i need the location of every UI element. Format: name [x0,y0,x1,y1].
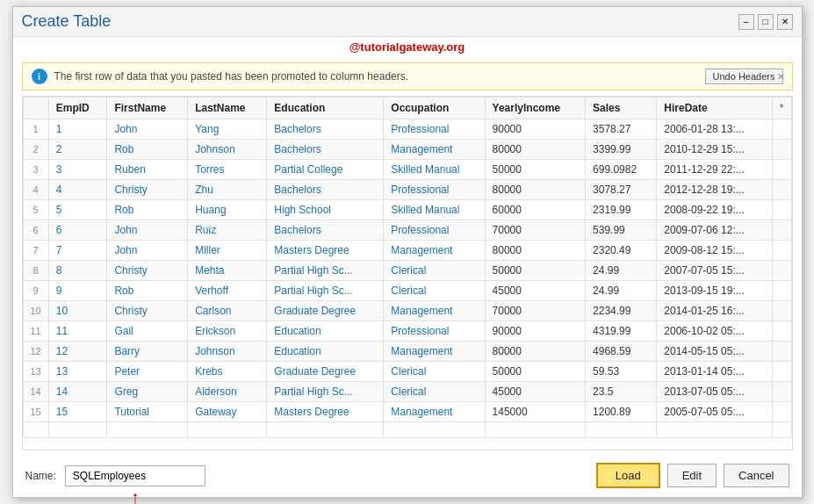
maximize-button[interactable]: □ [758,14,774,30]
table-row[interactable]: 66JohnRuizBachelorsProfessional70000539.… [23,220,791,241]
cell-yearlyincome: 50000 [485,261,585,281]
col-empid: EmpID [48,97,107,119]
table-row[interactable]: 1010ChristyCarlsonGraduate DegreeManagem… [23,301,791,321]
cell-sales: 23.5 [586,382,657,402]
cell-hiredate: 2009-08-12 15:... [657,241,773,261]
table-row[interactable]: 77JohnMillerMasters DegreeManagement8000… [23,241,791,261]
cell-lastname: Mehta [188,261,267,281]
cell-hiredate: 2014-05-15 05:... [657,342,773,362]
cell-lastname: Torres [188,160,267,180]
cell-education: Graduate Degree [267,301,384,321]
cell-sales: 699.0982 [586,160,657,180]
row-star [772,402,791,422]
cell-education: Education [267,321,384,342]
row-number: 2 [23,140,48,160]
cell-yearlyincome: 80000 [485,180,585,200]
cell-empid: 14 [48,382,107,402]
cell-empid: 11 [48,321,107,342]
table-row[interactable]: 33RubenTorresPartial CollegeSkilled Manu… [23,160,791,180]
table-row[interactable]: 88ChristyMehtaPartial High Sc...Clerical… [23,261,791,281]
cell-hiredate: 2012-12-28 19:... [657,180,773,200]
cell-hiredate: 2006-01-28 13:... [657,119,773,140]
undo-headers-button[interactable]: Undo Headers [705,68,783,84]
cell-lastname: Krebs [188,362,267,382]
cell-empid: 10 [48,301,107,321]
table-new-row[interactable] [23,422,791,438]
cell-occupation: Management [384,402,485,422]
row-number: 11 [23,321,48,342]
cell-firstname: Greg [107,382,188,402]
cell-occupation: Clerical [384,382,485,402]
table-row[interactable]: 1212BarryJohnsonEducationManagement80000… [23,342,791,362]
table-row[interactable]: 11JohnYangBachelorsProfessional900003578… [23,119,791,140]
col-firstname: FirstName [107,97,188,119]
row-star [772,301,791,321]
row-number: 13 [23,362,48,382]
cell-sales: 2234.99 [586,301,657,321]
cell-yearlyincome: 145000 [485,402,585,422]
create-table-dialog: Create Table – □ ✕ @tutorialgateway.org … [12,6,803,498]
table-row[interactable]: 44ChristyZhuBachelorsProfessional8000030… [23,180,791,200]
name-input-wrap: ↑ [65,465,205,486]
row-number-header [23,97,48,119]
info-close-icon[interactable]: × [777,69,784,83]
cell-empid: 3 [48,160,107,180]
table-row[interactable]: 1313PeterKrebsGraduate DegreeClerical500… [23,362,791,382]
row-number: 14 [23,382,48,402]
cell-empid: 6 [48,220,107,241]
cell-yearlyincome: 45000 [485,382,585,402]
cell-lastname: Miller [188,241,267,261]
name-label: Name: [25,470,56,482]
cancel-button[interactable]: Cancel [724,464,789,487]
table-row[interactable]: 1414GregAldersonPartial High Sc...Cleric… [23,382,791,402]
table-row[interactable]: 1515TutorialGatewayMasters DegreeManagem… [23,402,791,422]
cell-education: Masters Degree [267,241,384,261]
col-hiredate: HireDate [657,97,773,119]
cell-firstname: Christy [107,261,188,281]
table-row[interactable]: 1111GailEricksonEducationProfessional900… [23,321,791,342]
row-star [772,261,791,281]
row-number: 9 [23,281,48,301]
cell-empid: 13 [48,362,107,382]
cell-empid: 5 [48,200,107,220]
cell-occupation: Clerical [384,281,485,301]
cell-sales: 2320.49 [586,241,657,261]
cell-hiredate: 2009-07-06 12:... [657,220,773,241]
row-star [772,119,791,140]
cell-education: Bachelors [267,140,384,160]
cell-occupation: Clerical [384,261,485,281]
edit-button[interactable]: Edit [667,464,717,487]
title-bar: Create Table – □ ✕ [13,7,802,37]
cell-lastname: Johnson [188,140,267,160]
cell-empid: 8 [48,261,107,281]
row-number: 10 [23,301,48,321]
cell-education: Partial High Sc... [267,382,384,402]
cell-lastname: Johnson [188,342,267,362]
minimize-button[interactable]: – [738,14,754,30]
cell-hiredate: 2013-07-05 05:... [657,382,773,402]
table-name-input[interactable] [65,465,205,486]
data-table-container: EmpID FirstName LastName Education Occup… [22,96,793,450]
cell-hiredate: 2007-07-05 15:... [657,261,773,281]
table-row[interactable]: 99RobVerhoffPartial High Sc...Clerical45… [23,281,791,301]
table-row[interactable]: 22RobJohnsonBachelorsManagement800003399… [23,140,791,160]
table-row[interactable]: 55RobHuangHigh SchoolSkilled Manual60000… [23,200,791,220]
arrow-up-icon: ↑ [131,488,140,505]
col-education: Education [267,97,384,119]
cell-sales: 4968.59 [586,342,657,362]
load-button[interactable]: Load [596,463,660,488]
close-button[interactable]: ✕ [777,14,793,30]
cell-education: Partial High Sc... [267,281,384,301]
row-star [772,362,791,382]
info-bar: i The first row of data that you pasted … [22,62,793,90]
cell-sales: 24.99 [586,261,657,281]
cell-firstname: Rob [107,200,188,220]
cell-hiredate: 2013-01-14 05:... [657,362,773,382]
cell-firstname: Rob [107,281,188,301]
info-icon: i [32,68,47,84]
cell-sales: 2319.99 [586,200,657,220]
cell-yearlyincome: 80000 [485,241,585,261]
cell-hiredate: 2013-09-15 19:... [657,281,773,301]
cell-yearlyincome: 90000 [485,321,585,342]
row-number: 8 [23,261,48,281]
